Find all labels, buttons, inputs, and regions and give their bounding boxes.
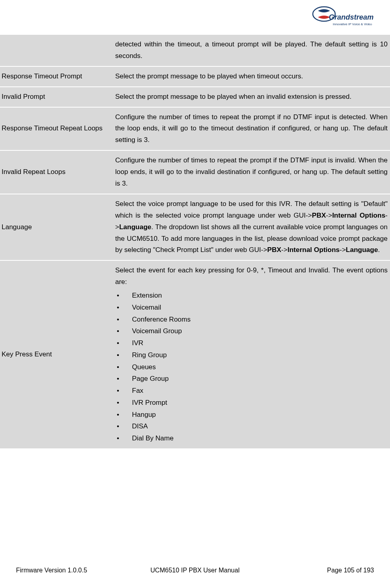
footer-firmware-version: Firmware Version 1.0.0.5 bbox=[16, 567, 87, 574]
list-item: •IVR bbox=[117, 337, 388, 349]
list-item: •Hangup bbox=[117, 409, 388, 421]
list-item: •Voicemail bbox=[117, 302, 388, 314]
row-label: Language bbox=[0, 194, 112, 260]
bullet-icon: • bbox=[117, 385, 132, 397]
list-item: •Voicemail Group bbox=[117, 325, 388, 337]
row-description: Select the prompt message to be played w… bbox=[112, 87, 390, 107]
table-row: Response Timeout Prompt Select the promp… bbox=[0, 67, 390, 86]
bullet-icon: • bbox=[117, 290, 132, 302]
bullet-icon: • bbox=[117, 432, 132, 444]
row-label: Response Timeout Prompt bbox=[0, 67, 112, 86]
bullet-icon: • bbox=[117, 397, 132, 409]
row-description: Select the event for each key pressing f… bbox=[112, 261, 390, 448]
list-item: •DISA bbox=[117, 420, 388, 432]
header-logo: Grandstream Innovative IP Voice & Video bbox=[312, 6, 376, 28]
svg-text:Innovative IP Voice & Video: Innovative IP Voice & Video bbox=[333, 22, 372, 26]
row-description: Configure the number of times to repeat … bbox=[112, 151, 390, 194]
table-row: Response Timeout Repeat Loops Configure … bbox=[0, 108, 390, 150]
table-row: detected within the timeout, a timeout p… bbox=[0, 35, 390, 66]
footer-page-number: Page 105 of 193 bbox=[327, 567, 374, 574]
bullet-icon: • bbox=[117, 373, 132, 385]
list-item: •Queues bbox=[117, 361, 388, 373]
list-item: •Page Group bbox=[117, 373, 388, 385]
bullet-icon: • bbox=[117, 337, 132, 349]
footer-document-title: UCM6510 IP PBX User Manual bbox=[150, 567, 240, 574]
table-row: Invalid Repeat Loops Configure the numbe… bbox=[0, 151, 390, 194]
list-item: •Conference Rooms bbox=[117, 314, 388, 326]
bullet-icon: • bbox=[117, 302, 132, 314]
bullet-icon: • bbox=[117, 349, 132, 361]
row-label bbox=[0, 35, 112, 66]
row-label: Key Press Event bbox=[0, 261, 112, 448]
table-row: Key Press Event Select the event for eac… bbox=[0, 261, 390, 448]
row-description: Configure the number of times to repeat … bbox=[112, 108, 390, 150]
event-options-list: •Extension •Voicemail •Conference Rooms … bbox=[115, 290, 388, 444]
row-description: Select the voice prompt language to be u… bbox=[112, 194, 390, 260]
bullet-icon: • bbox=[117, 361, 132, 373]
row-label: Invalid Prompt bbox=[0, 87, 112, 107]
bullet-icon: • bbox=[117, 409, 132, 421]
list-item: •Ring Group bbox=[117, 349, 388, 361]
bullet-icon: • bbox=[117, 420, 132, 432]
bullet-icon: • bbox=[117, 325, 132, 337]
list-item: •Fax bbox=[117, 385, 388, 397]
list-item: •Extension bbox=[117, 290, 388, 302]
svg-text:Grandstream: Grandstream bbox=[329, 13, 374, 21]
row-description: Select the prompt message to be played w… bbox=[112, 67, 390, 86]
list-item: •IVR Prompt bbox=[117, 397, 388, 409]
settings-table: detected within the timeout, a timeout p… bbox=[0, 34, 390, 449]
page-footer: Firmware Version 1.0.0.5 UCM6510 IP PBX … bbox=[0, 567, 390, 574]
bullet-icon: • bbox=[117, 314, 132, 326]
row-label: Invalid Repeat Loops bbox=[0, 151, 112, 194]
table-row: Language Select the voice prompt languag… bbox=[0, 194, 390, 260]
content-area: detected within the timeout, a timeout p… bbox=[0, 0, 390, 449]
grandstream-logo-icon: Grandstream Innovative IP Voice & Video bbox=[312, 6, 376, 28]
row-description: detected within the timeout, a timeout p… bbox=[112, 35, 390, 66]
list-item: •Dial By Name bbox=[117, 432, 388, 444]
table-row: Invalid Prompt Select the prompt message… bbox=[0, 87, 390, 107]
row-label: Response Timeout Repeat Loops bbox=[0, 108, 112, 150]
